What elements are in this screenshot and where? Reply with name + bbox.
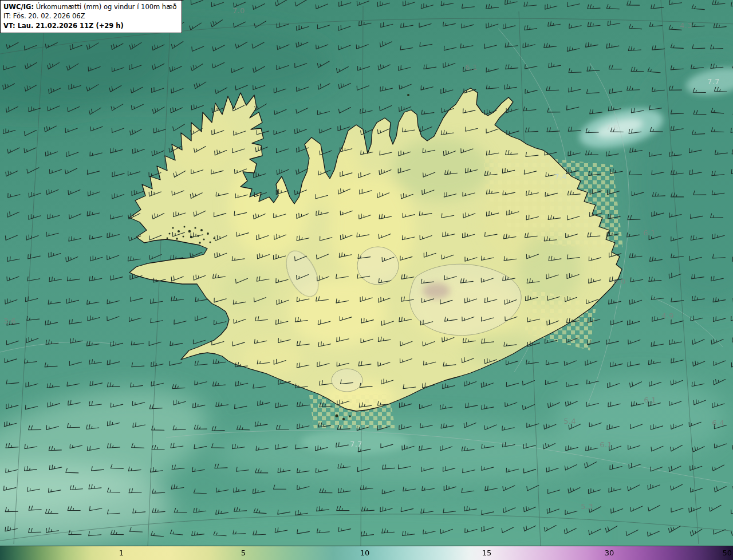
- valid-time-line: VT: Lau. 21.02.2026 11Z (+29 h): [3, 21, 177, 30]
- title-line: UWC/IG: Úrkomumætti (mm) og vindur í 100…: [3, 2, 177, 11]
- colorbar-tick-label: 50: [722, 549, 732, 557]
- source-label: UWC/IG:: [3, 3, 34, 11]
- colorbar-tick-label: 15: [482, 549, 492, 557]
- weather-map-viewport: 7.04.36.17.77.67.46.16.04.93.66.15.46.47…: [0, 0, 733, 560]
- map-title: Úrkomumætti (mm) og vindur í 100m hæð: [36, 3, 177, 11]
- map-canvas: [0, 0, 733, 560]
- precipitation-colorbar: 1510153050: [0, 546, 733, 560]
- colorbar-tick-labels: 1510153050: [0, 546, 733, 560]
- init-time-line: IT: Fös. 20. 02. 2026 06Z: [3, 11, 177, 21]
- colorbar-tick-label: 10: [360, 549, 370, 557]
- colorbar-tick-label: 5: [241, 549, 246, 557]
- map-title-box: UWC/IG: Úrkomumætti (mm) og vindur í 100…: [0, 0, 182, 33]
- colorbar-tick-label: 1: [119, 549, 124, 557]
- heavy-precip-core: [423, 283, 450, 299]
- colorbar-tick-label: 30: [605, 549, 614, 557]
